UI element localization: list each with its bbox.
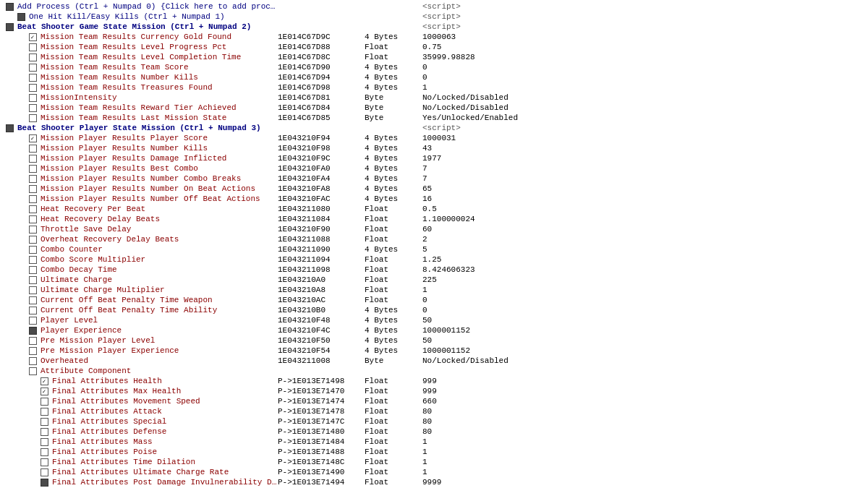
table-row[interactable]: Mission Player Results Player Score1E043… [0,133,868,143]
checkbox[interactable] [29,74,37,82]
table-row[interactable]: Final Attributes Ultimate Charge RateP->… [0,467,868,477]
table-row[interactable]: Pre Mission Player Level1E043210F504 Byt… [0,335,868,346]
table-row[interactable]: MissionIntensity1E014C67D81ByteNo/Locked… [0,93,868,103]
table-row[interactable]: Mission Player Results Best Combo1E04321… [0,163,868,174]
checkbox[interactable] [41,479,48,487]
table-row[interactable]: Final Attributes MassP->1E013E71484Float… [0,437,868,447]
checkbox[interactable] [29,175,37,183]
checkbox[interactable] [29,357,37,365]
checkbox[interactable] [29,317,37,325]
checkbox[interactable] [17,13,25,21]
checkbox[interactable] [41,377,48,385]
checkbox[interactable] [41,388,48,395]
table-row[interactable]: Final Attributes AttackP->1E013E71478Flo… [0,406,868,416]
checkbox[interactable] [29,367,37,375]
checkbox[interactable] [41,468,48,476]
table-row[interactable]: Mission Team Results Last Mission State1… [0,113,868,123]
checkbox[interactable] [29,195,37,203]
checkbox[interactable] [29,327,37,335]
entry-value: 80 [422,427,531,436]
checkbox[interactable] [41,428,48,436]
checkbox[interactable] [41,448,48,456]
table-row[interactable]: Player Level1E043210F484 Bytes50 [0,315,868,325]
checkbox[interactable] [29,307,37,314]
table-row[interactable]: Mission Team Results Number Kills1E014C6… [0,72,868,82]
table-row[interactable]: Final Attributes SpecialP->1E013E7147CFl… [0,416,868,427]
table-row[interactable]: Mission Player Results Number Combo Brea… [0,174,868,184]
checkbox[interactable] [29,296,37,304]
checkbox[interactable] [29,64,37,72]
checkbox[interactable] [29,337,37,345]
table-row[interactable]: Mission Team Results Level Completion Ti… [0,52,868,62]
checkbox[interactable] [29,276,37,284]
table-row[interactable]: Final Attributes HealthP->1E013E71498Flo… [0,376,868,386]
checkbox[interactable] [41,408,48,416]
table-row[interactable]: Final Attributes DefenseP->1E013E71480Fl… [0,427,868,437]
table-row[interactable]: Final Attributes Post Damage Invulnerabi… [0,477,868,487]
checkbox-area [26,53,39,61]
checkbox[interactable] [29,185,37,193]
checkbox[interactable] [29,145,37,153]
table-row[interactable]: Current Off Beat Penalty Time Ability1E0… [0,305,868,315]
checkbox[interactable] [6,23,14,31]
table-row[interactable]: Attribute Component [0,366,868,376]
table-row[interactable]: Pre Mission Player Experience1E043210F54… [0,346,868,356]
table-row[interactable]: Player Experience1E043210F4C4 Bytes10000… [0,325,868,335]
checkbox-area [26,296,39,304]
checkbox[interactable] [6,124,14,132]
table-row[interactable]: Add Process (Ctrl + Numpad 0) {Click her… [0,1,868,12]
checkbox[interactable] [29,256,37,264]
table-row[interactable]: Beat Shooter Game State Mission (Ctrl + … [0,22,868,32]
table-row[interactable]: One Hit Kill/Easy Kills (Ctrl + Numpad 1… [0,12,868,22]
checkbox[interactable] [41,458,48,466]
checkbox[interactable] [29,104,37,112]
table-row[interactable]: Mission Player Results Number Off Beat A… [0,194,868,204]
table-row[interactable]: Beat Shooter Player State Mission (Ctrl … [0,123,868,133]
checkbox[interactable] [41,418,48,426]
table-row[interactable]: Heat Recovery Per Beat1E043211080Float0.… [0,204,868,214]
checkbox[interactable] [29,205,37,213]
checkbox[interactable] [29,33,37,41]
table-row[interactable]: Ultimate Charge1E043210A0Float225 [0,275,868,285]
table-row[interactable]: Mission Team Results Team Score1E014C67D… [0,62,868,72]
checkbox[interactable] [29,94,37,102]
table-row[interactable]: Mission Player Results Number On Beat Ac… [0,184,868,194]
checkbox[interactable] [29,347,37,355]
table-row[interactable]: Mission Team Results Currency Gold Found… [0,32,868,42]
checkbox[interactable] [29,236,37,244]
table-row[interactable]: Mission Team Results Reward Tier Achieve… [0,103,868,113]
table-row[interactable]: Overheat Recovery Delay Beats1E043211088… [0,234,868,244]
table-row[interactable]: Final Attributes Movement SpeedP->1E013E… [0,396,868,406]
table-row[interactable]: Combo Score Multiplier1E043211094Float1.… [0,254,868,265]
checkbox[interactable] [29,246,37,254]
table-row[interactable]: Combo Counter1E0432110904 Bytes5 [0,244,868,254]
checkbox[interactable] [29,53,37,61]
table-row[interactable]: Heat Recovery Delay Beats1E043211084Floa… [0,214,868,224]
table-row[interactable]: Current Off Beat Penalty Time Weapon1E04… [0,295,868,305]
checkbox[interactable] [29,266,37,274]
table-row[interactable]: Overheated1E043211008ByteNo/Locked/Disab… [0,356,868,366]
checkbox[interactable] [29,155,37,163]
checkbox[interactable] [41,398,48,406]
table-row[interactable]: Throttle Save Delay1E043210F90Float60 [0,224,868,234]
entry-value: 0 [422,73,531,82]
table-row[interactable]: Ultimate Charge Multiplier1E043210A8Floa… [0,285,868,295]
table-row[interactable]: Mission Player Results Damage Inflicted1… [0,153,868,163]
table-row[interactable]: Final Attributes PoiseP->1E013E71488Floa… [0,447,868,457]
table-row[interactable]: Final Attributes Time DilationP->1E013E7… [0,457,868,467]
table-row[interactable]: Mission Team Results Treasures Found1E01… [0,82,868,93]
checkbox[interactable] [29,114,37,122]
checkbox[interactable] [41,438,48,446]
checkbox[interactable] [29,84,37,92]
checkbox[interactable] [29,165,37,173]
table-row[interactable]: Combo Decay Time1E043211098Float8.424606… [0,265,868,275]
table-row[interactable]: Mission Team Results Level Progress Pct1… [0,42,868,52]
table-row[interactable]: Final Attributes Max HealthP->1E013E7147… [0,386,868,396]
checkbox[interactable] [29,286,37,294]
checkbox[interactable] [6,3,14,11]
checkbox[interactable] [29,134,37,142]
table-row[interactable]: Mission Player Results Number Kills1E043… [0,143,868,153]
checkbox[interactable] [29,226,37,234]
checkbox[interactable] [29,43,37,51]
checkbox[interactable] [29,215,37,223]
